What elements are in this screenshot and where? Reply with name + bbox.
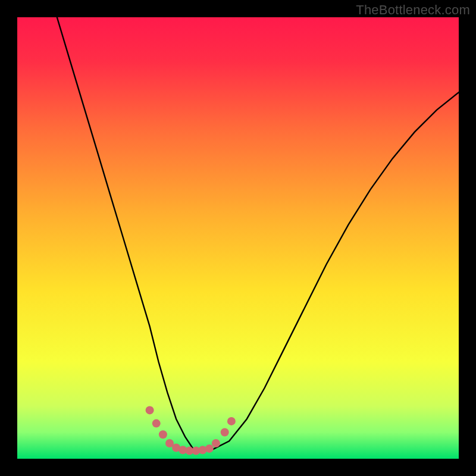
gradient-background (17, 17, 459, 459)
plot-svg (17, 17, 459, 459)
optimal-marker (146, 406, 154, 414)
optimal-marker (221, 428, 229, 437)
optimal-marker (205, 444, 214, 453)
bottleneck-plot (17, 17, 459, 459)
optimal-marker (227, 417, 236, 425)
watermark-text: TheBottleneck.com (356, 2, 470, 18)
optimal-marker (152, 419, 161, 428)
chart-frame: TheBottleneck.com (0, 0, 476, 476)
optimal-marker (159, 430, 167, 439)
optimal-marker (212, 439, 220, 447)
